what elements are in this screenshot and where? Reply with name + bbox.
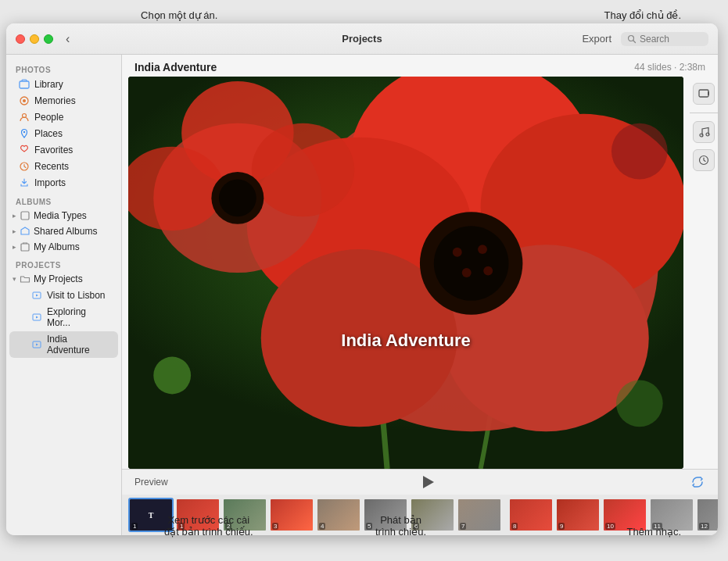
minimize-button[interactable] xyxy=(30,34,39,44)
svg-rect-9 xyxy=(21,244,29,251)
favorites-label: Favorites xyxy=(34,145,73,155)
sidebar: Photos Library Memories xyxy=(6,55,122,535)
svg-point-40 xyxy=(153,357,191,395)
sidebar-item-india[interactable]: India Adventure xyxy=(9,331,118,358)
svg-point-41 xyxy=(616,380,663,427)
sidebar-item-places[interactable]: Places xyxy=(9,126,118,141)
preview-area: India Adventure xyxy=(122,77,718,469)
main-content: Photos Library Memories xyxy=(6,55,718,535)
imports-icon xyxy=(19,177,30,188)
svg-point-31 xyxy=(462,268,472,277)
svg-point-44 xyxy=(700,134,703,137)
slide-thumb-4[interactable]: 4 xyxy=(316,498,361,532)
projects-section-label: Projects xyxy=(6,255,121,271)
svg-point-6 xyxy=(23,131,25,133)
annotation-bottom-left: Xem trước các cài đặt bản trình chiếu. xyxy=(164,514,253,538)
maximize-button[interactable] xyxy=(44,34,53,44)
sidebar-item-media-types[interactable]: ▸ Media Types xyxy=(6,208,121,223)
svg-point-38 xyxy=(219,179,256,216)
my-albums-icon xyxy=(20,241,30,252)
sidebar-item-memories[interactable]: Memories xyxy=(9,93,118,109)
svg-point-39 xyxy=(611,123,668,180)
slideshow-panel-button[interactable] xyxy=(693,83,715,105)
search-icon xyxy=(627,34,637,44)
svg-point-45 xyxy=(706,133,709,136)
slideshow-icon-india xyxy=(31,339,42,350)
play-triangle-icon xyxy=(423,476,434,488)
chevron-icon-shared: ▸ xyxy=(13,227,16,235)
slide-number: 4 xyxy=(319,523,325,530)
slideshow-canvas[interactable]: India Adventure xyxy=(128,77,683,469)
annotation-top-right: Thay đổi chủ đề. xyxy=(604,9,681,21)
close-button[interactable] xyxy=(16,34,25,44)
play-btn-area xyxy=(178,473,680,491)
svg-point-29 xyxy=(453,248,462,257)
chevron-icon: ▸ xyxy=(13,212,16,220)
annotation-top-left: Chọn một dự án. xyxy=(141,9,217,21)
slide-title-overlay: India Adventure xyxy=(341,331,470,351)
sidebar-item-library[interactable]: Library xyxy=(9,77,118,92)
titlebar-right: Export xyxy=(582,32,708,46)
library-icon xyxy=(19,79,30,90)
sidebar-item-lisbon[interactable]: Visit to Lisbon xyxy=(9,288,118,303)
slide-thumb-12[interactable]: 12 xyxy=(696,498,718,532)
sidebar-item-my-albums[interactable]: ▸ My Albums xyxy=(6,239,121,255)
slide-number: 8 xyxy=(511,523,518,530)
back-button[interactable]: ‹ xyxy=(66,32,70,46)
svg-marker-11 xyxy=(36,295,38,297)
svg-rect-42 xyxy=(699,90,708,97)
svg-point-32 xyxy=(483,266,493,276)
project-title: India Adventure xyxy=(134,61,217,73)
sidebar-item-imports[interactable]: Imports xyxy=(9,175,118,191)
lisbon-label: Visit to Lisbon xyxy=(47,290,106,301)
titlebar: ‹ Projects Export xyxy=(6,23,718,55)
svg-rect-2 xyxy=(20,81,29,88)
india-label: India Adventure xyxy=(47,334,112,356)
memories-label: Memories xyxy=(34,95,76,106)
my-projects-label: My Projects xyxy=(34,273,83,284)
app-window: ‹ Projects Export Photos xyxy=(6,23,718,535)
sidebar-item-people[interactable]: People xyxy=(9,109,118,125)
places-label: Places xyxy=(34,128,63,139)
photos-section-label: Photos xyxy=(6,59,121,76)
slide-info: 44 slides · 2:38m xyxy=(634,62,705,73)
poppy-image xyxy=(128,77,683,469)
search-input[interactable] xyxy=(640,34,702,45)
people-label: People xyxy=(34,112,63,123)
svg-line-1 xyxy=(633,40,636,42)
slide-thumb-3[interactable]: 3 xyxy=(269,498,314,532)
svg-point-28 xyxy=(434,226,509,301)
favorites-icon xyxy=(19,145,30,155)
export-button[interactable]: Export xyxy=(582,33,611,45)
annotation-bottom-mid: Phát bản trình chiếu. xyxy=(375,514,426,538)
sidebar-item-shared-albums[interactable]: ▸ Shared Albums xyxy=(6,223,121,239)
slide-number: 7 xyxy=(460,523,466,530)
slide-number: 12 xyxy=(699,523,709,530)
svg-rect-8 xyxy=(21,212,29,220)
slideshow-icon-exploring xyxy=(31,312,42,323)
traffic-lights xyxy=(16,34,53,44)
sidebar-item-favorites[interactable]: Favorites xyxy=(9,142,118,158)
my-albums-label: My Albums xyxy=(34,241,80,252)
slide-thumb-7[interactable]: 7 xyxy=(457,498,502,532)
slide-number: 5 xyxy=(366,523,372,530)
svg-point-36 xyxy=(252,123,354,217)
music-panel-button[interactable] xyxy=(693,121,715,143)
projects-folder-icon xyxy=(20,273,30,284)
slide-thumb-8[interactable]: 8 xyxy=(508,498,554,532)
library-label: Library xyxy=(34,79,63,90)
play-button[interactable] xyxy=(419,473,438,491)
svg-marker-13 xyxy=(36,316,38,319)
chevron-icon-my: ▸ xyxy=(13,243,16,251)
duration-panel-button[interactable] xyxy=(693,149,715,171)
sidebar-item-exploring[interactable]: Exploring Mor... xyxy=(9,304,118,331)
loop-button[interactable] xyxy=(690,474,705,490)
sidebar-item-my-projects[interactable]: ▾ My Projects xyxy=(6,271,121,287)
shared-albums-label: Shared Albums xyxy=(34,226,97,237)
slide-thumb-9[interactable]: 9 xyxy=(555,498,601,532)
search-box xyxy=(621,32,708,46)
slide-number: 9 xyxy=(558,523,565,530)
shared-albums-icon xyxy=(20,226,30,237)
preview-label: Preview xyxy=(134,477,168,488)
sidebar-item-recents[interactable]: Recents xyxy=(9,159,118,174)
